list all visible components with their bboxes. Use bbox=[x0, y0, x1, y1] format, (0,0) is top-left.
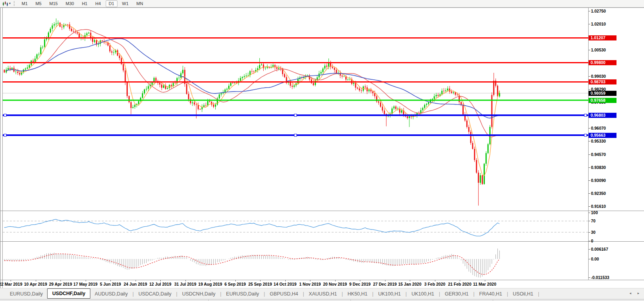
date-label: 17 May 2019 bbox=[73, 282, 97, 286]
tab-scroll-arrows: ◂ ▸ bbox=[629, 291, 639, 295]
rsi-axis-tick: 30 bbox=[591, 230, 596, 235]
line-handle bbox=[294, 134, 297, 136]
tab-hk50-h1[interactable]: HK50,H1 bbox=[343, 290, 372, 298]
status-divider bbox=[493, 299, 493, 301]
date-tick bbox=[86, 280, 86, 281]
tab-usoil-h1[interactable]: USOil,H1 bbox=[508, 290, 538, 298]
price-axis-tick: 0.99030 bbox=[591, 74, 606, 79]
price-badge: 0.96803 bbox=[589, 113, 616, 118]
rsi-axis-tick: 0 bbox=[591, 239, 593, 243]
date-tick bbox=[335, 280, 336, 281]
tab-usdcad-daily[interactable]: USDCAD,Daily bbox=[134, 290, 176, 298]
tab-scroll-left-icon[interactable]: ◂ bbox=[629, 291, 631, 295]
timeframe-button-d1[interactable]: D1 bbox=[106, 0, 117, 7]
price-axis-tick: 1.00530 bbox=[591, 48, 606, 52]
tab-uk100-h1[interactable]: UK100,H1 bbox=[407, 290, 439, 298]
main-chart-area[interactable] bbox=[3, 8, 588, 211]
price-badge: 0.98059 bbox=[589, 91, 616, 96]
status-strip bbox=[0, 299, 644, 301]
date-tick bbox=[360, 280, 360, 281]
timeframe-button-h4[interactable]: H4 bbox=[92, 0, 104, 7]
line-handle bbox=[294, 114, 297, 116]
date-label: 27 Dec 2019 bbox=[373, 282, 396, 286]
price-axis-tick: 0.91610 bbox=[591, 204, 606, 209]
timeframe-button-m1[interactable]: M1 bbox=[18, 0, 31, 7]
timeframe-button-m5[interactable]: M5 bbox=[32, 0, 44, 7]
date-label: 19 Aug 2019 bbox=[198, 282, 222, 286]
date-label: 15 Jan 2020 bbox=[398, 282, 422, 286]
date-tick bbox=[310, 280, 310, 281]
timeframe-button-m30[interactable]: M30 bbox=[62, 0, 77, 7]
date-label: 1 Nov 2019 bbox=[299, 282, 321, 286]
macd-axis-tick: -0.011533 bbox=[591, 275, 609, 280]
date-tick bbox=[36, 280, 36, 281]
macd-axis-tick: 0.006167 bbox=[591, 247, 608, 251]
date-tick bbox=[185, 280, 186, 281]
rsi-axis-tick: 100 bbox=[591, 210, 598, 215]
tab-usdcnh-daily[interactable]: USDCNH,Daily bbox=[178, 290, 220, 298]
tab-ger30-h1[interactable]: GER30,H1 bbox=[440, 290, 473, 298]
panel-splitter[interactable] bbox=[0, 211, 644, 211]
tab-divider: | bbox=[538, 291, 539, 297]
window-border bbox=[0, 7, 644, 8]
tab-xauusd-h1[interactable]: XAUUSD,H1 bbox=[305, 290, 341, 298]
timeframe-button-w1[interactable]: W1 bbox=[119, 0, 132, 7]
rsi-panel[interactable] bbox=[3, 211, 588, 241]
date-tick bbox=[285, 280, 286, 281]
toolbar: ▾ M1M5M15M30H1H4D1W1MN bbox=[0, 0, 644, 7]
price-badge: 0.97658 bbox=[589, 98, 616, 103]
chevron-down-icon: ▾ bbox=[9, 2, 11, 5]
status-divider bbox=[208, 299, 209, 301]
chart-type-icon[interactable]: ▾ bbox=[2, 0, 11, 7]
date-tick bbox=[11, 280, 11, 281]
timeframe-button-m15[interactable]: M15 bbox=[46, 0, 61, 7]
chart-tab-bar: EURUSD,DailyUSDCHF,DailyAUDUSD,Daily|USD… bbox=[0, 288, 644, 299]
date-label: 14 Oct 2019 bbox=[273, 282, 296, 286]
tab-fra40-h1[interactable]: FRA40,H1 bbox=[475, 290, 506, 298]
timeframe-button-mn[interactable]: MN bbox=[133, 0, 146, 7]
date-label: 3 Feb 2020 bbox=[424, 282, 446, 286]
tab-audusd-daily[interactable]: AUDUSD,Daily bbox=[90, 290, 132, 298]
date-label: 31 Jul 2019 bbox=[174, 282, 196, 286]
date-tick bbox=[136, 280, 136, 281]
timeframe-button-h1[interactable]: H1 bbox=[79, 0, 90, 7]
tab-usdchf-daily[interactable]: USDCHF,Daily bbox=[47, 288, 90, 299]
line-handle bbox=[4, 114, 6, 116]
date-tick bbox=[485, 280, 485, 281]
tab-uk100-h1[interactable]: UK100,H1 bbox=[374, 290, 405, 298]
rsi-line bbox=[4, 219, 499, 236]
date-label: 21 Feb 2020 bbox=[448, 282, 472, 286]
line-handle bbox=[4, 134, 6, 136]
date-label: 11 Mar 2020 bbox=[473, 282, 496, 286]
price-axis[interactable]: 1.027501.020101.005300.990300.982900.975… bbox=[589, 0, 644, 301]
date-tick bbox=[460, 280, 460, 281]
timeframe-button-group: M1M5M15M30H1H4D1W1MN bbox=[18, 0, 147, 7]
price-badge: 0.98703 bbox=[589, 79, 616, 84]
date-tick bbox=[61, 280, 61, 281]
date-tick bbox=[110, 280, 111, 281]
candlestick-chart-icon bbox=[2, 1, 8, 6]
price-axis-tick: 0.92350 bbox=[591, 191, 606, 196]
price-axis-tick: 0.93090 bbox=[591, 178, 606, 183]
price-badge: 0.99800 bbox=[589, 60, 616, 65]
panel-splitter[interactable] bbox=[0, 241, 644, 242]
date-tick bbox=[260, 280, 261, 281]
price-axis-tick: 0.93830 bbox=[591, 165, 606, 170]
tab-eurusd-daily[interactable]: EURUSD,Daily bbox=[6, 290, 47, 298]
line-handle bbox=[584, 134, 587, 136]
date-label: 24 Jun 2019 bbox=[124, 282, 147, 286]
macd-panel[interactable] bbox=[3, 242, 588, 280]
price-axis-tick: 0.95330 bbox=[591, 139, 606, 143]
toolbar-grip[interactable] bbox=[14, 1, 15, 6]
date-label: 20 Nov 2019 bbox=[323, 282, 347, 286]
date-axis[interactable]: 22 Mar 201910 Apr 201929 Apr 201917 May … bbox=[3, 280, 588, 288]
date-label: 9 Dec 2019 bbox=[349, 282, 371, 286]
price-badge: 0.95663 bbox=[589, 133, 616, 138]
tab-gbpusd-h4[interactable]: GBPUSD,H4 bbox=[265, 290, 302, 298]
tab-eurusd-daily[interactable]: EURUSD,Daily bbox=[222, 290, 263, 298]
macd-axis-tick: 0.00 bbox=[591, 257, 599, 261]
price-badge: 1.01207 bbox=[589, 35, 616, 40]
tab-scroll-right-icon[interactable]: ▸ bbox=[637, 291, 639, 295]
status-divider bbox=[350, 299, 351, 301]
rsi-axis-tick: 70 bbox=[591, 218, 596, 223]
